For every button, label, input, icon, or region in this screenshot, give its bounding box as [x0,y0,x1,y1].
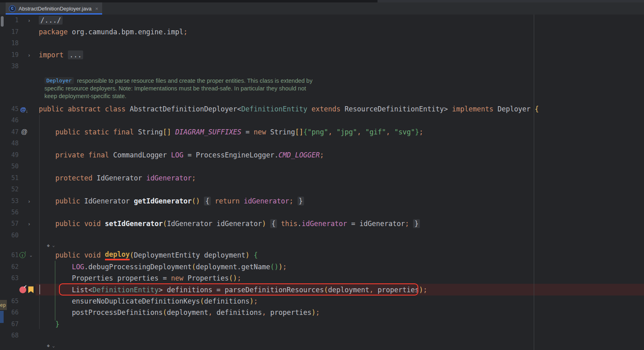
code-text[interactable]: } [36,319,644,330]
token: ; [316,308,320,316]
token [101,251,105,259]
line-number[interactable]: 60 [0,232,19,239]
gutter-icons [19,149,36,161]
code-text[interactable]: import ... [36,49,644,60]
gutter-icons [19,319,36,330]
token: abstract [68,105,101,113]
token: definitions [212,308,262,316]
ai-actions-icon[interactable]: ❖ [39,243,50,248]
ai-actions-icon[interactable]: ❖ [39,343,50,348]
token: return [215,197,239,205]
code-text[interactable]: ❖⌄ [36,342,644,350]
line-number[interactable]: 57 [0,220,19,227]
implements-method-icon[interactable]: I [19,252,25,258]
token: IdGenerator idGenerator [167,220,262,228]
fold-arrow-icon[interactable]: › [28,198,30,204]
line-number[interactable]: 17 [0,28,19,36]
code-line: 62 LOG.debugProcessingDeployment(deploym… [0,261,644,272]
code-line: 49 private final CommandLogger LOG = Pro… [0,149,644,161]
bookmark-icon[interactable] [28,286,34,293]
code-text[interactable] [36,138,644,149]
gutter [0,84,36,92]
gutter-icons [19,26,36,37]
line-number[interactable]: 48 [0,140,19,147]
line-number[interactable]: 19 [0,51,19,59]
has-implementations-icon[interactable]: @ [20,106,28,113]
doc-text[interactable]: specific resource deployers. Note: Imple… [36,84,644,92]
chevron-down-icon[interactable]: ⌄ [52,343,55,348]
chevron-down-icon[interactable]: ⌄ [29,253,33,258]
line-number[interactable]: 47 [0,128,19,136]
line-number[interactable]: 51 [0,174,19,182]
code-text[interactable]: ❖⌄ [36,241,644,249]
code-text[interactable] [36,161,644,172]
token: } [298,197,304,205]
doc-text[interactable]: keep deployment-specific state. [36,92,644,100]
token: { [535,105,539,113]
rendered-doc-line: specific resource deployers. Note: Imple… [0,84,644,92]
code-text[interactable]: ensureNoDuplicateDefinitionKeys(definiti… [36,296,644,307]
code-text[interactable] [36,184,644,195]
chevron-down-icon[interactable]: ⌄ [52,243,55,248]
token: final [113,128,134,136]
tab-abstractdefinitiondeployer[interactable]: C AbstractDefinitionDeployer.java × [6,2,102,15]
token: { [254,251,258,259]
line-number[interactable]: 53 [0,197,19,205]
token [409,220,413,228]
fold-arrow-icon[interactable]: › [28,52,30,58]
line-number[interactable]: 46 [0,117,19,124]
token [39,151,55,159]
code-text[interactable] [36,330,644,341]
code-text[interactable]: private final CommandLogger LOG = Proces… [36,149,644,161]
code-text[interactable]: public IdGenerator getIdGenerator() { re… [36,195,644,206]
code-text[interactable]: /.../ [36,15,644,26]
token: setIdGenerator [105,220,163,228]
token: ) [279,263,283,271]
line-number[interactable]: 49 [0,151,19,159]
token: definitions [204,297,250,305]
line-number[interactable]: 56 [0,209,19,216]
line-number[interactable]: 45 [0,105,19,113]
breakpoint-icon[interactable] [19,286,26,293]
line-number[interactable]: 62 [0,263,19,270]
code-text[interactable]: package org.camunda.bpm.engine.impl; [36,26,644,37]
token: ) [419,286,423,294]
code-text[interactable]: Properties properties = new Properties()… [36,272,644,284]
token: AbstractDefinitionDeployer< [126,105,241,113]
token: ; [254,297,258,305]
code-text[interactable] [36,38,644,49]
line-number[interactable]: 52 [0,186,19,193]
line-number[interactable]: 38 [0,63,19,70]
gutter-icons [19,307,36,318]
token: String [266,128,295,136]
code-text[interactable] [36,115,644,126]
fold-arrow-icon[interactable]: › [28,221,30,227]
code-text[interactable]: List<DefinitionEntity> definitions = par… [36,284,644,295]
code-text[interactable]: LOG.debugProcessingDeployment(deployment… [36,261,644,272]
code-text[interactable]: public static final String[] DIAGRAM_SUF… [36,126,644,138]
gutter [0,241,36,249]
code-text[interactable] [36,230,644,241]
scrollbar-thumb[interactable] [1,16,4,27]
fold-arrow-icon[interactable]: › [28,17,30,23]
code-text[interactable]: public abstract class AbstractDefinition… [36,103,644,115]
tab-close-icon[interactable]: × [95,6,99,12]
token: public [55,197,80,205]
code-text[interactable]: protected IdGenerator idGenerator; [36,172,644,183]
line-number[interactable]: 63 [0,275,19,282]
token: { [303,128,307,136]
token: () [229,274,237,282]
line-number[interactable]: 50 [0,163,19,170]
line-number[interactable]: 68 [0,332,19,339]
token: package [39,28,68,36]
code-text[interactable] [36,61,644,72]
code-text[interactable]: postProcessDefinitions(deployment, defin… [36,307,644,318]
code-text[interactable] [36,207,644,218]
code-text[interactable]: public void deploy(DeploymentEntity depl… [36,249,644,261]
code-text[interactable]: public void setIdGenerator(IdGenerator i… [36,218,644,229]
line-number[interactable]: 61 [0,251,19,259]
line-number[interactable]: 18 [0,40,19,47]
token: idGenerator [302,220,347,228]
doc-text[interactable]: Deployer responsible to parse resource f… [36,77,644,84]
annotation-icon[interactable]: @ [21,128,27,136]
